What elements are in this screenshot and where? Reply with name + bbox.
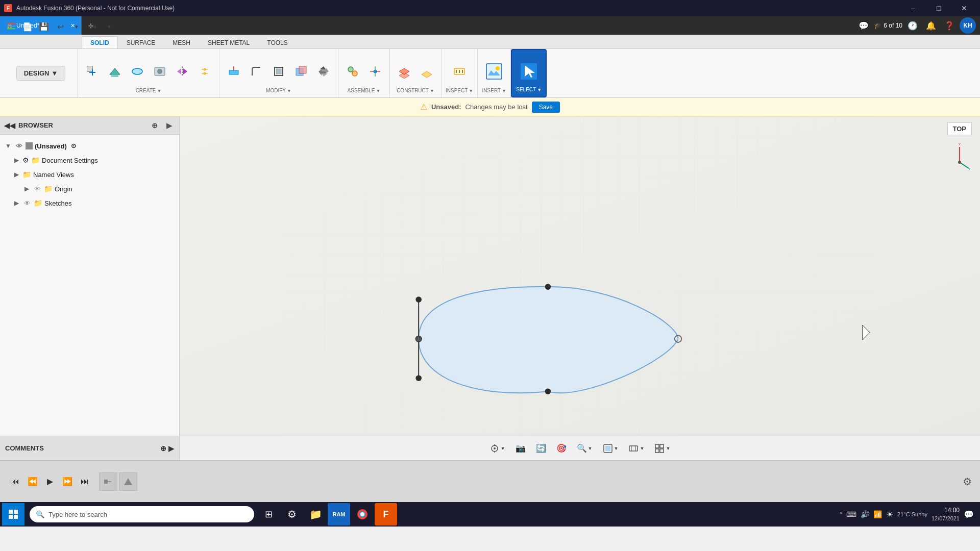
timeline-settings-button[interactable]: ⚙ [963,475,972,488]
look-at-button[interactable]: 🎯 [552,441,571,455]
root-eye-icon[interactable]: 👁 [14,141,23,151]
tab-solid[interactable]: SOLID [82,36,118,48]
save-document-button[interactable]: Save [532,102,560,113]
notification-button[interactable]: 🔔 [923,17,939,34]
timeline-play-button[interactable]: ▶ [43,474,57,489]
orange-app[interactable]: F [375,503,397,525]
tab-surface[interactable]: SURFACE [118,36,164,48]
redo-dropdown[interactable]: ▼ [102,19,116,34]
start-button[interactable] [2,503,24,525]
settings-app[interactable]: ⚙ [281,503,303,525]
user-avatar[interactable]: KH [960,17,976,34]
save-button[interactable]: 💾 [37,19,51,34]
insert-label[interactable]: INSERT ▼ [482,88,506,95]
redo-button[interactable]: ↪ [86,19,100,34]
sketches-expand-icon[interactable]: ▶ [12,199,20,207]
offset-plane-button[interactable] [394,61,414,82]
display-settings-button[interactable]: ▼ [624,441,648,456]
measure-button[interactable] [449,61,470,82]
visual-style-button[interactable]: ▼ [599,441,623,456]
more-create-button[interactable] [194,61,215,82]
comments-expand-icon[interactable]: ▶ [168,444,174,453]
zoom-button[interactable]: 🔍▼ [573,441,597,455]
tree-root[interactable]: ▼ 👁 (Unsaved) ⊙ [0,139,179,153]
sketches-eye-icon[interactable]: 👁 [22,198,32,208]
notification-center-icon[interactable]: 💬 [964,510,974,519]
counter-display[interactable]: 🎓 6 of 10 [874,22,902,29]
shell-button[interactable] [268,61,289,82]
snap-settings-button[interactable]: ▼ [485,441,509,456]
system-tray-expand[interactable]: ^ [840,511,842,517]
construct-label[interactable]: CONSTRUCT ▼ [397,88,434,95]
control-point-mid-left[interactable] [415,336,422,342]
clock-display[interactable]: 14:00 12/07/2021 [932,506,960,522]
timeline-next-button[interactable]: ⏩ [60,474,75,489]
tree-named-views[interactable]: ▶ 📁 Named Views [0,167,179,182]
undo-dropdown[interactable]: ▼ [69,19,84,34]
grid-settings-button[interactable]: ▼ [650,441,674,456]
close-button[interactable]: ✕ [952,0,976,16]
file-explorer-app[interactable]: 📁 [304,503,327,525]
hole-button[interactable] [150,61,170,82]
browser-add-icon[interactable]: ⊕ [149,119,161,132]
origin-expand-icon[interactable]: ▶ [22,185,31,193]
inspect-label[interactable]: INSPECT ▼ [446,88,473,95]
chat-button[interactable]: 💬 [855,17,872,34]
ram-app[interactable]: RAM [328,503,350,525]
insert-image-button[interactable] [482,59,506,84]
tree-origin[interactable]: ▶ 👁 📁 Origin [0,182,179,196]
select-label[interactable]: SELECT ▼ [516,87,542,94]
timeline-prev-button[interactable]: ⏪ [26,474,40,489]
revolve-button[interactable] [127,61,148,82]
speaker-icon[interactable]: 🔊 [861,510,869,518]
task-view-button[interactable]: ⊞ [257,503,280,525]
browser-more-icon[interactable]: ▶ [163,119,175,132]
fillet-button[interactable] [246,61,266,82]
timeline-frame-2[interactable] [119,472,137,491]
tree-sketches[interactable]: ▶ 👁 📁 Sketches [0,196,179,210]
control-point-top-mid[interactable] [545,284,551,290]
minimize-button[interactable]: – [901,0,925,16]
timeline-frame-1[interactable] [99,472,117,491]
tab-tools[interactable]: TOOLS [258,36,296,48]
tab-sheet-metal[interactable]: SHEET METAL [199,36,258,48]
wifi-icon[interactable]: 📶 [873,510,882,518]
combine-button[interactable] [291,61,311,82]
select-button[interactable] [517,59,541,84]
collapse-browser-icon[interactable]: ◀◀ [4,121,15,130]
design-mode-button[interactable]: DESIGN ▼ [16,66,66,81]
control-point-bottom-mid[interactable] [545,388,551,394]
clock-button[interactable]: 🕐 [904,17,921,34]
assemble-label[interactable]: ASSEMBLE ▼ [348,88,381,95]
timeline-skip-start-button[interactable]: ⏮ [8,474,22,489]
comments-add-icon[interactable]: ⊕ [160,444,166,453]
tab-mesh[interactable]: MESH [164,36,199,48]
app-menu-button[interactable] [4,19,18,34]
timeline-skip-end-button[interactable]: ⏭ [78,474,92,489]
origin-eye-icon[interactable]: 👁 [33,184,42,193]
extrude-button[interactable] [105,61,125,82]
joint-origin-button[interactable] [365,61,385,82]
taskbar-search[interactable]: 🔍 Type here to search [30,506,254,522]
new-component-button[interactable] [82,61,103,82]
capture-design-button[interactable]: 📷 [511,441,530,455]
modify-label[interactable]: MODIFY ▼ [266,88,291,95]
move-copy-button[interactable] [313,61,334,82]
new-joint-button[interactable] [342,61,363,82]
chrome-app[interactable] [351,503,374,525]
tree-doc-settings[interactable]: ▶ ⚙ 📁 Document Settings [0,153,179,167]
help-button[interactable]: ❓ [941,17,958,34]
mirror-button[interactable] [172,61,192,82]
midplane-button[interactable] [416,61,437,82]
new-file-button[interactable]: 📄 [20,19,35,34]
doc-settings-expand-icon[interactable]: ▶ [12,156,20,164]
maximize-button[interactable]: □ [927,0,950,16]
root-expand-icon[interactable]: ▼ [4,142,12,150]
undo-button[interactable]: ↩ [53,19,67,34]
control-point-top-left[interactable] [415,296,422,303]
control-point-bottom-left[interactable] [415,375,422,381]
orbit-button[interactable]: 🔄 [532,441,550,455]
named-views-expand-icon[interactable]: ▶ [12,170,20,179]
create-label[interactable]: CREATE ▼ [136,88,162,95]
press-pull-button[interactable] [224,61,244,82]
